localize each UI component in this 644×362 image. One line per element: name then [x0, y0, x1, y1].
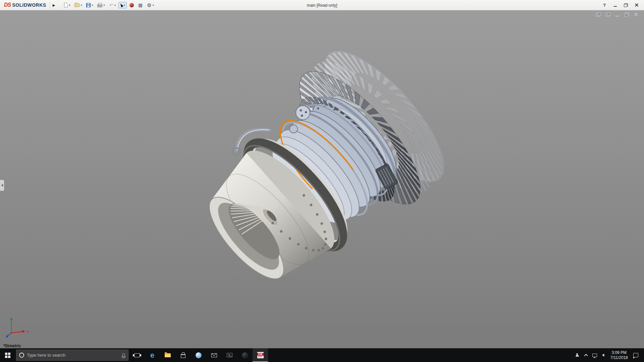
- task-view-icon: [134, 353, 140, 357]
- cortana-circle-icon: [19, 353, 24, 358]
- dark-app-button[interactable]: [237, 348, 253, 362]
- undo-icon: ↶: [109, 3, 113, 8]
- window-title: main [Read-only]: [307, 0, 337, 10]
- action-center-icon: [633, 353, 638, 357]
- solidworks-logo: DS SOLIDWORKS: [0, 2, 50, 8]
- windows-logo-icon: [5, 353, 10, 358]
- round-app-button[interactable]: [191, 348, 206, 362]
- doc-close-icon[interactable]: [634, 12, 639, 17]
- undo-button[interactable]: ↶ ▾: [107, 1, 117, 9]
- volume-icon: [602, 354, 604, 357]
- save-floppy-icon: [86, 3, 91, 7]
- action-center-button[interactable]: [631, 348, 640, 362]
- options-button[interactable]: ⚙ ▾: [145, 1, 155, 9]
- design-table-button[interactable]: ▦: [137, 1, 144, 9]
- start-button[interactable]: [0, 348, 15, 362]
- chevron-down-icon[interactable]: ▾: [114, 4, 116, 7]
- x-axis-label: x: [27, 329, 29, 334]
- graphics-area[interactable]: x *Dimetric: [0, 10, 644, 348]
- mail-envelope-icon: [211, 353, 217, 357]
- dark-round-app-icon: [242, 352, 248, 358]
- reference-triad: x: [5, 312, 32, 339]
- chevron-down-icon[interactable]: ▾: [69, 4, 70, 7]
- help-button[interactable]: ?: [600, 1, 609, 9]
- taskbar-clock[interactable]: 3:09 PM 7/11/2018: [608, 350, 632, 360]
- chevron-down-icon[interactable]: ▾: [124, 4, 125, 7]
- search-input[interactable]: [27, 353, 120, 358]
- view-orientation-label: *Dimetric: [3, 344, 21, 348]
- close-button[interactable]: [632, 1, 641, 9]
- new-window-icon[interactable]: [596, 12, 601, 17]
- chevron-up-icon: [584, 354, 588, 357]
- 3d-viewport[interactable]: [0, 10, 644, 348]
- mail-button[interactable]: [206, 348, 222, 362]
- select-tool-button[interactable]: ▾: [118, 2, 127, 8]
- triad-axes: x: [6, 317, 29, 338]
- document-window-controls: [596, 12, 639, 17]
- print-icon: [97, 4, 102, 7]
- window-controls: ?: [600, 1, 644, 9]
- store-bag-icon: [181, 354, 185, 358]
- file-explorer-icon: [165, 353, 171, 357]
- doc-restore-icon[interactable]: [624, 12, 629, 17]
- microphone-icon[interactable]: [122, 353, 125, 357]
- new-document-button[interactable]: ▾: [62, 1, 72, 9]
- restore-button[interactable]: [621, 1, 631, 9]
- clock-time: 3:09 PM: [610, 350, 628, 355]
- taskbar-search-box[interactable]: [16, 350, 128, 361]
- people-button[interactable]: [573, 348, 582, 362]
- windows-taskbar: e SW 2017 3:09 PM: [0, 348, 644, 362]
- print-button[interactable]: ▾: [96, 2, 106, 9]
- solidworks-wordmark: SOLIDWORKS: [12, 2, 46, 8]
- network-button[interactable]: [590, 348, 599, 362]
- select-cursor-icon: [119, 3, 124, 7]
- panel-collapse-tab[interactable]: [0, 180, 4, 191]
- show-hidden-icons-button[interactable]: [582, 348, 590, 362]
- gear-icon: ⚙: [147, 3, 151, 8]
- round-app-icon: [196, 352, 202, 358]
- open-button[interactable]: ▾: [73, 2, 84, 8]
- command-prompt-button[interactable]: [222, 348, 237, 362]
- system-tray: 3:09 PM 7/11/2018: [573, 348, 644, 362]
- quick-access-toolbar: ▾ ▾ ▾ ▾ ↶ ▾ ▾ ▦ ⚙ ▾: [62, 1, 155, 9]
- design-table-icon: ▦: [138, 3, 143, 7]
- appearance-button[interactable]: [128, 2, 136, 9]
- open-folder-icon: [74, 3, 79, 7]
- chevron-down-icon[interactable]: ▾: [80, 4, 82, 7]
- appearance-sphere-icon: [129, 3, 134, 7]
- chevron-down-icon[interactable]: ▾: [153, 4, 154, 7]
- document-title-text: main [Read-only]: [307, 3, 337, 8]
- minimize-button[interactable]: [610, 1, 620, 9]
- chevron-down-icon[interactable]: ▾: [103, 4, 105, 7]
- person-icon: [576, 353, 579, 356]
- solidworks-2017-icon: SW 2017: [257, 352, 264, 358]
- store-button[interactable]: [175, 348, 191, 362]
- chevron-down-icon[interactable]: ▾: [92, 4, 93, 7]
- dassault-logo-icon: DS: [4, 2, 11, 8]
- file-explorer-button[interactable]: [160, 348, 175, 362]
- task-view-button[interactable]: [129, 348, 145, 362]
- save-button[interactable]: ▾: [85, 2, 95, 9]
- volume-button[interactable]: [599, 348, 608, 362]
- x-axis-arrow-icon: [22, 330, 25, 333]
- solidworks-app-button[interactable]: SW 2017: [253, 348, 268, 362]
- menu-flyout-arrow-icon[interactable]: ▶: [50, 1, 58, 9]
- edge-button[interactable]: e: [145, 348, 160, 362]
- cascade-windows-icon[interactable]: [605, 12, 610, 17]
- jet-engine-model[interactable]: [176, 33, 463, 314]
- command-prompt-icon: [227, 353, 232, 357]
- clock-date: 7/11/2018: [610, 355, 628, 360]
- y-axis-arrow-icon: [10, 317, 13, 320]
- solidworks-title-bar: DS SOLIDWORKS ▶ ▾ ▾ ▾ ▾ ↶ ▾ ▾: [0, 0, 644, 10]
- doc-minimize-icon[interactable]: [615, 12, 620, 17]
- new-document-icon: [64, 3, 68, 7]
- network-icon: [592, 354, 597, 357]
- edge-icon: e: [150, 352, 154, 359]
